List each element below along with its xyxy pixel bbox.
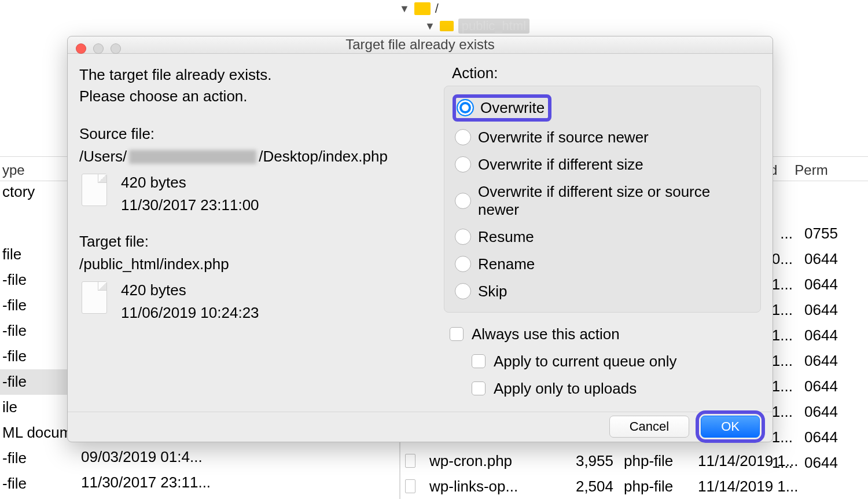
dialog-title: Target file already exists bbox=[345, 36, 494, 53]
radio-overwrite[interactable]: Overwrite bbox=[455, 92, 750, 124]
disclosure-triangle-icon[interactable]: ▼ bbox=[399, 3, 410, 15]
radio-icon bbox=[455, 156, 471, 173]
file-icon bbox=[82, 174, 107, 206]
checkbox-icon bbox=[472, 354, 486, 368]
table-row[interactable]: 1...0644 bbox=[770, 377, 868, 403]
local-date-column: 09/03/2019 01:4...11/30/2017 23:11... bbox=[81, 448, 211, 499]
radio-icon bbox=[455, 129, 471, 145]
file-icon bbox=[405, 454, 415, 468]
checkbox-apply-queue[interactable]: Apply to current queue only bbox=[447, 348, 761, 375]
table-row[interactable]: 1...0644 bbox=[770, 301, 868, 326]
list-item[interactable]: -file bbox=[0, 446, 69, 471]
zoom-window-icon bbox=[111, 43, 121, 54]
target-file-date: 11/06/2019 10:24:23 bbox=[121, 302, 259, 324]
list-item[interactable]: ML docum. bbox=[0, 420, 69, 446]
file-info-pane: The target file already exists. Please c… bbox=[79, 64, 438, 402]
list-item[interactable]: ctory bbox=[0, 183, 35, 201]
list-item[interactable]: -file bbox=[0, 471, 69, 497]
checkbox-apply-uploads[interactable]: Apply only to uploads bbox=[447, 375, 761, 402]
checkbox-label: Apply to current queue only bbox=[494, 353, 677, 370]
path-segment: /Desktop/index.php bbox=[259, 148, 388, 166]
source-file-date: 11/30/2017 23:11:00 bbox=[121, 194, 259, 217]
checkbox-icon bbox=[472, 381, 486, 395]
list-item[interactable]: -file bbox=[0, 318, 69, 344]
window-controls bbox=[76, 43, 121, 54]
remote-column-headers: d Perm bbox=[770, 162, 868, 178]
folder-icon bbox=[414, 2, 431, 15]
table-row[interactable]: wp-cron.php3,955php-file11/14/2019 1... bbox=[405, 448, 856, 474]
table-row[interactable]: 1...0644 bbox=[770, 276, 868, 301]
list-item[interactable]: -file bbox=[0, 293, 69, 318]
checkbox-label: Apply only to uploads bbox=[494, 380, 637, 398]
list-item[interactable]: -file bbox=[0, 369, 69, 395]
table-row[interactable]: 1...0644 bbox=[770, 403, 868, 428]
table-row[interactable]: ...0755 bbox=[770, 225, 868, 250]
dialog-footer: Cancel OK bbox=[68, 412, 773, 442]
target-file-label: Target file: bbox=[79, 233, 438, 251]
tree-root-label[interactable]: / bbox=[435, 1, 439, 16]
radio-label: Overwrite bbox=[480, 99, 545, 117]
radio-label: Rename bbox=[478, 255, 535, 273]
radio-label: Overwrite if different size or source ne… bbox=[478, 183, 750, 219]
radio-icon bbox=[455, 229, 471, 245]
close-window-icon[interactable] bbox=[76, 43, 86, 54]
target-file-size: 420 bytes bbox=[121, 279, 259, 302]
radio-label: Overwrite if source newer bbox=[478, 129, 649, 146]
list-item[interactable]: 09/03/2019 01:4... bbox=[81, 448, 211, 474]
radio-label: Resume bbox=[478, 228, 534, 246]
table-row[interactable]: 1...0644 bbox=[770, 352, 868, 377]
radio-icon bbox=[455, 256, 471, 272]
radio-icon bbox=[455, 193, 471, 209]
radio-icon bbox=[455, 283, 471, 299]
remote-tree: ▼ / ▼ public_html bbox=[399, 0, 660, 35]
list-item[interactable]: -file bbox=[0, 344, 69, 369]
source-file-size: 420 bytes bbox=[121, 171, 259, 194]
table-row[interactable]: 1...0644 bbox=[770, 326, 868, 352]
radio-resume[interactable]: Resume bbox=[455, 223, 750, 251]
radio-icon bbox=[457, 100, 473, 116]
list-item[interactable]: ile bbox=[0, 395, 69, 420]
redacted-segment bbox=[129, 150, 256, 164]
ok-button[interactable]: OK bbox=[701, 416, 760, 438]
action-group: Overwrite Overwrite if source newer Over… bbox=[444, 86, 761, 313]
local-type-column: file-file-file-file-file-fileileML docum… bbox=[0, 242, 69, 497]
table-row[interactable]: wp-links-op...2,504php-file11/14/2019 1.… bbox=[405, 474, 856, 499]
dialog-message-line: The target file already exists. bbox=[79, 64, 438, 86]
checkbox-always-use[interactable]: Always use this action bbox=[447, 321, 761, 348]
tree-selected-folder[interactable]: public_html bbox=[458, 19, 529, 34]
checkbox-label: Always use this action bbox=[472, 325, 620, 343]
table-row[interactable]: 0...0644 bbox=[770, 250, 868, 276]
radio-overwrite-if-diff-or-newer[interactable]: Overwrite if different size or source ne… bbox=[455, 178, 750, 223]
target-file-path: /public_html/index.php bbox=[79, 255, 438, 273]
source-file-label: Source file: bbox=[79, 125, 438, 143]
minimize-window-icon bbox=[93, 43, 104, 54]
radio-label: Skip bbox=[478, 282, 507, 300]
file-exists-dialog: Target file already exists The target fi… bbox=[67, 36, 773, 442]
radio-overwrite-if-newer[interactable]: Overwrite if source newer bbox=[455, 124, 750, 151]
radio-skip[interactable]: Skip bbox=[455, 278, 750, 305]
file-icon bbox=[405, 479, 415, 493]
remote-file-rows: wp-cron.php3,955php-file11/14/2019 1...w… bbox=[405, 448, 856, 499]
action-group-label: Action: bbox=[444, 64, 761, 82]
folder-icon bbox=[440, 21, 454, 31]
radio-overwrite-if-diff-size[interactable]: Overwrite if different size bbox=[455, 151, 750, 178]
path-segment: /Users/ bbox=[79, 148, 127, 166]
column-header[interactable]: Perm bbox=[795, 162, 827, 178]
dialog-message-line: Please choose an action. bbox=[79, 86, 438, 108]
radio-rename[interactable]: Rename bbox=[455, 251, 750, 278]
list-item[interactable]: -file bbox=[0, 267, 69, 293]
radio-label: Overwrite if different size bbox=[478, 156, 643, 174]
list-item[interactable]: 11/30/2017 23:11... bbox=[81, 474, 211, 499]
source-file-path: /Users/ /Desktop/index.php bbox=[79, 148, 438, 166]
dialog-titlebar[interactable]: Target file already exists bbox=[68, 36, 773, 54]
file-icon bbox=[82, 281, 107, 314]
remote-rows-right: ...07550...06441...06441...06441...06441… bbox=[770, 225, 868, 479]
action-pane: Action: Overwrite Overwrite if source ne… bbox=[444, 64, 761, 402]
disclosure-triangle-icon[interactable]: ▼ bbox=[425, 20, 435, 32]
checkbox-icon bbox=[450, 327, 464, 341]
column-header-type[interactable]: ype bbox=[0, 162, 25, 178]
list-item[interactable]: file bbox=[0, 242, 69, 267]
cancel-button[interactable]: Cancel bbox=[609, 416, 689, 438]
